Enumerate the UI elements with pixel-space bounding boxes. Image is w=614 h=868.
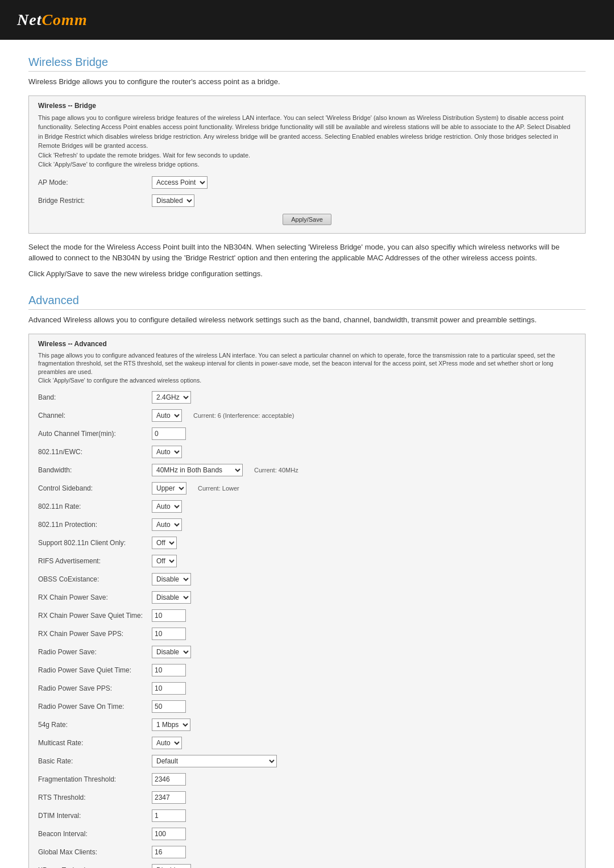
advanced-input-16[interactable]	[152, 682, 186, 695]
advanced-field-control[interactable]: Auto	[152, 518, 182, 531]
wireless-bridge-btn-row: Apply/Save	[38, 214, 576, 225]
ap-mode-row: AP Mode: Access Point	[38, 175, 576, 190]
advanced-field-control[interactable]: 1 Mbps	[152, 719, 190, 731]
advanced-field-label: Multicast Rate:	[38, 739, 152, 747]
advanced-field-control[interactable]: AutoCurrent: 6 (Interference: acceptable…	[152, 409, 294, 422]
advanced-field-control[interactable]: Disable	[152, 591, 191, 604]
wireless-bridge-apply-btn[interactable]: Apply/Save	[283, 214, 331, 225]
advanced-field-control[interactable]: Disable	[152, 573, 191, 585]
advanced-field-row: Multicast Rate:Auto	[38, 736, 576, 750]
wireless-bridge-desc: Wireless Bridge allows you to configure …	[28, 76, 586, 88]
advanced-select-20[interactable]: Default	[152, 755, 277, 767]
main-content: Wireless Bridge Wireless Bridge allows y…	[0, 40, 614, 868]
wireless-bridge-body2: Click Apply/Save to save the new wireles…	[28, 268, 586, 280]
wireless-bridge-body1: Select the mode for the Wireless Access …	[28, 242, 586, 264]
advanced-field-control[interactable]	[152, 700, 186, 713]
advanced-field-row: Auto Channel Timer(min):	[38, 426, 576, 441]
advanced-field-control[interactable]	[152, 427, 186, 440]
advanced-field-control[interactable]	[152, 828, 186, 840]
advanced-field-label: Auto Channel Timer(min):	[38, 430, 152, 438]
advanced-field-row: XPress Technology:Disable	[38, 863, 576, 868]
wireless-bridge-title: Wireless Bridge	[28, 56, 586, 72]
advanced-field-control[interactable]: Auto	[152, 500, 182, 513]
advanced-panel-title: Wireless -- Advanced	[38, 340, 576, 348]
advanced-field-row: RX Chain Power Save PPS:	[38, 626, 576, 641]
ap-mode-label: AP Mode:	[38, 178, 152, 186]
advanced-select-7[interactable]: Auto	[152, 518, 182, 531]
advanced-input-2[interactable]	[152, 427, 186, 440]
advanced-field-label: 802.11n Rate:	[38, 502, 152, 510]
advanced-field-control[interactable]: Disable	[152, 864, 191, 868]
advanced-input-15[interactable]	[152, 664, 186, 676]
advanced-input-13[interactable]	[152, 628, 186, 640]
advanced-select-1[interactable]: Auto	[152, 409, 182, 422]
advanced-field-control[interactable]	[152, 664, 186, 676]
ap-mode-control[interactable]: Access Point	[152, 176, 208, 189]
advanced-field-control[interactable]: Auto	[152, 446, 182, 458]
advanced-field-control[interactable]: Off	[152, 555, 177, 567]
advanced-field-row: Radio Power Save PPS:	[38, 681, 576, 696]
advanced-input-24[interactable]	[152, 828, 186, 840]
advanced-field-label: Radio Power Save On Time:	[38, 703, 152, 711]
advanced-field-control[interactable]	[152, 609, 186, 622]
advanced-field-control[interactable]	[152, 846, 186, 858]
advanced-select-6[interactable]: Auto	[152, 500, 182, 513]
advanced-field-control[interactable]	[152, 809, 186, 822]
advanced-field-row: RX Chain Power Save Quiet Time:	[38, 608, 576, 623]
advanced-field-control[interactable]	[152, 628, 186, 640]
bridge-restrict-select[interactable]: Disabled	[152, 194, 194, 207]
advanced-select-11[interactable]: Disable	[152, 591, 191, 604]
advanced-select-9[interactable]: Off	[152, 555, 177, 567]
advanced-field-label: Radio Power Save PPS:	[38, 684, 152, 692]
advanced-select-0[interactable]: 2.4GHz	[152, 391, 191, 404]
advanced-field-row: OBSS CoExistance:Disable	[38, 572, 576, 587]
advanced-field-label: 54g Rate:	[38, 721, 152, 729]
advanced-field-control[interactable]: 2.4GHz	[152, 391, 191, 404]
advanced-field-row: Radio Power Save On Time:	[38, 699, 576, 714]
advanced-field-row: Support 802.11n Client Only:Off	[38, 535, 576, 550]
advanced-field-label: DTIM Interval:	[38, 812, 152, 820]
advanced-field-control[interactable]: Auto	[152, 737, 182, 749]
advanced-field-row: 802.11n Protection:Auto	[38, 517, 576, 532]
advanced-field-label: RX Chain Power Save:	[38, 593, 152, 601]
wireless-bridge-panel-title: Wireless -- Bridge	[38, 102, 576, 110]
advanced-field-row: Band:2.4GHz	[38, 390, 576, 405]
advanced-select-19[interactable]: Auto	[152, 737, 182, 749]
advanced-input-17[interactable]	[152, 700, 186, 713]
advanced-field-row: Beacon Interval:	[38, 827, 576, 841]
advanced-select-18[interactable]: 1 Mbps	[152, 719, 190, 731]
advanced-field-control[interactable]: 40MHz in Both BandsCurrent: 40MHz	[152, 464, 298, 476]
advanced-input-25[interactable]	[152, 846, 186, 858]
advanced-field-label: RX Chain Power Save Quiet Time:	[38, 612, 152, 620]
advanced-input-12[interactable]	[152, 609, 186, 622]
header: NetComm	[0, 0, 614, 40]
advanced-field-control[interactable]: Default	[152, 755, 277, 767]
advanced-field-control[interactable]: UpperCurrent: Lower	[152, 482, 239, 495]
advanced-select-10[interactable]: Disable	[152, 573, 191, 585]
advanced-select-8[interactable]: Off	[152, 537, 177, 549]
advanced-input-21[interactable]	[152, 773, 186, 786]
advanced-select-5[interactable]: Upper	[152, 482, 186, 495]
advanced-select-4[interactable]: 40MHz in Both Bands	[152, 464, 243, 476]
advanced-title: Advanced	[28, 294, 586, 310]
advanced-field-control[interactable]	[152, 682, 186, 695]
advanced-field-label: Bandwidth:	[38, 466, 152, 474]
advanced-select-14[interactable]: Disable	[152, 646, 191, 658]
advanced-select-3[interactable]: Auto	[152, 446, 182, 458]
wireless-bridge-panel: Wireless -- Bridge This page allows you …	[28, 95, 586, 234]
advanced-input-23[interactable]	[152, 809, 186, 822]
ap-mode-select[interactable]: Access Point	[152, 176, 208, 189]
wireless-bridge-section: Wireless Bridge Wireless Bridge allows y…	[28, 56, 586, 279]
advanced-field-row: RX Chain Power Save:Disable	[38, 590, 576, 605]
advanced-input-22[interactable]	[152, 791, 186, 804]
advanced-field-control[interactable]: Disable	[152, 646, 191, 658]
advanced-select-26[interactable]: Disable	[152, 864, 191, 868]
advanced-field-label: Radio Power Save:	[38, 648, 152, 656]
advanced-field-control[interactable]: Off	[152, 537, 177, 549]
advanced-field-label: Basic Rate:	[38, 757, 152, 765]
advanced-field-label: 802.11n/EWC:	[38, 448, 152, 456]
advanced-field-control[interactable]	[152, 773, 186, 786]
advanced-field-row: Channel:AutoCurrent: 6 (Interference: ac…	[38, 408, 576, 423]
bridge-restrict-control[interactable]: Disabled	[152, 194, 194, 207]
advanced-field-control[interactable]	[152, 791, 186, 804]
